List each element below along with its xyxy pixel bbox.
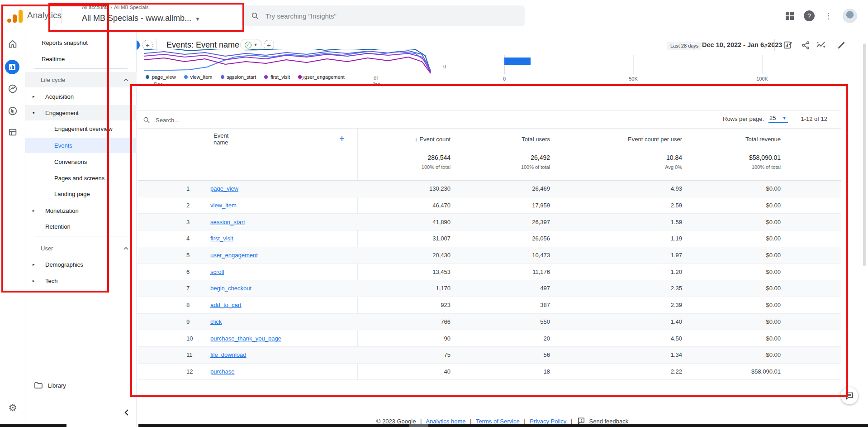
event-link[interactable]: first_visit — [210, 235, 233, 242]
global-search-input[interactable] — [266, 12, 501, 20]
privacy-policy-link[interactable]: Privacy Policy — [530, 418, 566, 425]
event-link[interactable]: purchase_thank_you_page — [210, 335, 281, 342]
sidebar-item-engagement[interactable]: ▾Engagement — [25, 105, 137, 120]
row-number: 5 — [186, 252, 190, 259]
cell-event_count: 31,007 — [359, 235, 459, 242]
sidebar-item-monetization[interactable]: ▸Monetization — [25, 203, 137, 218]
sidebar-item-tech[interactable]: ▸Tech — [25, 273, 137, 288]
check-circle-icon: ✓ — [245, 42, 251, 48]
pagination-range: 1-12 of 12 — [801, 115, 827, 122]
sidebar-item-pages-and-screens[interactable]: Pages and screens — [25, 170, 137, 186]
user-avatar[interactable] — [843, 9, 857, 23]
sidebar-item-acquisition[interactable]: ▸Acquisition — [25, 89, 137, 104]
rows-per-page-select[interactable]: 25 ▼ — [768, 115, 788, 123]
cell-total_users: 26,056 — [459, 235, 558, 242]
taskbar-strip — [138, 424, 868, 427]
column-header-event-name[interactable]: Event name — [138, 130, 204, 148]
caret-right-icon: ▸ — [33, 262, 35, 267]
explore-icon[interactable] — [0, 81, 25, 96]
legend-item: first_visit — [264, 74, 290, 80]
event-link[interactable]: scroll — [210, 269, 224, 275]
sidebar-item-retention[interactable]: Retention — [25, 219, 137, 234]
cell-per_user: 1.40 — [558, 318, 690, 325]
scrollbar-thumb[interactable] — [863, 43, 866, 266]
breadcrumb[interactable]: All accounts›All MB Specials — [82, 5, 148, 10]
cell-revenue: $0.00 — [690, 185, 841, 192]
column-header-total-revenue[interactable]: Total revenue — [690, 130, 841, 148]
cell-event_count: 20,430 — [359, 252, 459, 259]
send-feedback-link[interactable]: Send feedback — [589, 418, 629, 425]
table-row: 4first_visit31,00726,0561.19$0.00 — [138, 230, 841, 247]
event-count-bar — [504, 58, 531, 65]
property-selector[interactable]: All MB Specials - www.allmb...▼ — [82, 14, 200, 23]
terms-of-service-link[interactable]: Terms of Service — [476, 418, 520, 425]
event-link[interactable]: begin_checkout — [210, 285, 251, 292]
bar-x-tick: 50K — [624, 76, 642, 82]
event-link[interactable]: user_engagement — [210, 252, 258, 259]
help-icon[interactable]: ? — [804, 10, 815, 21]
table-totals-row: 286,544100% of total 26,492100% of total… — [138, 154, 841, 170]
caret-right-icon: ▸ — [33, 208, 35, 213]
event-link[interactable]: click — [210, 318, 222, 325]
column-header-event-count-per-user[interactable]: Event count per user — [558, 130, 690, 148]
sidebar-section-life-cycle[interactable]: Life cycle — [25, 72, 137, 87]
analytics-app: Analytics All accounts›All MB Specials A… — [0, 0, 868, 427]
copyright-text: © 2023 Google — [376, 418, 416, 425]
sidebar-item-reports-snapshot[interactable]: Reports snapshot — [25, 35, 137, 50]
cell-revenue: $0.00 — [690, 351, 841, 358]
cell-event_count: 923 — [359, 302, 459, 308]
more-menu-icon[interactable]: ⋮ — [825, 12, 833, 20]
sidebar-item-engagement-overview[interactable]: Engagement overview — [25, 121, 137, 136]
home-icon[interactable] — [0, 36, 25, 52]
sidebar-item-landing-page[interactable]: Landing page — [25, 186, 137, 202]
cell-per_user: 1.34 — [558, 351, 690, 358]
configure-icon[interactable] — [0, 125, 25, 140]
date-range-selector[interactable]: Dec 10, 2022 - Jan 6, 2023 — [702, 41, 782, 48]
sidebar-section-user[interactable]: User — [25, 240, 137, 256]
event-link[interactable]: purchase — [210, 368, 234, 375]
caret-right-icon: ▸ — [33, 278, 35, 283]
event-link[interactable]: file_download — [210, 351, 247, 358]
cell-per_user: 1.97 — [558, 252, 690, 259]
column-header-event-count[interactable]: ↓Event count — [359, 130, 459, 148]
table-search-input[interactable] — [156, 117, 291, 124]
edit-pencil-icon[interactable] — [836, 40, 847, 51]
add-column-icon[interactable]: + — [339, 134, 345, 144]
feedback-fab[interactable] — [841, 387, 858, 404]
apps-grid-icon[interactable] — [786, 12, 794, 20]
event-link[interactable]: session_start — [210, 219, 245, 225]
column-header-total-users[interactable]: Total users — [459, 130, 558, 148]
sidebar-item-demographics[interactable]: ▸Demographics — [25, 257, 137, 272]
event-link[interactable]: page_view — [210, 185, 238, 192]
search-icon — [143, 116, 150, 124]
event-link[interactable]: view_item — [210, 202, 237, 209]
analytics-home-link[interactable]: Analytics home — [426, 418, 465, 425]
global-search[interactable] — [242, 5, 525, 26]
reports-icon[interactable] — [5, 60, 19, 74]
row-number: 12 — [186, 368, 193, 375]
table-top-border — [138, 110, 841, 111]
sidebar-item-library[interactable]: Library — [25, 378, 137, 393]
bar-x-tick: 0 — [495, 76, 513, 82]
insights-icon[interactable] — [816, 40, 826, 51]
cell-revenue: $0.00 — [690, 235, 841, 242]
event-link[interactable]: add_to_cart — [210, 302, 242, 308]
share-icon[interactable] — [800, 40, 811, 51]
advertising-icon[interactable] — [0, 103, 25, 119]
sidebar-item-events[interactable]: Events — [25, 138, 137, 153]
top-bar: Analytics All accounts›All MB Specials A… — [0, 0, 868, 32]
legend-dot-icon — [146, 75, 149, 79]
caret-down-icon: ▾ — [33, 110, 35, 115]
row-number: 2 — [186, 202, 190, 209]
customize-report-icon[interactable] — [783, 40, 793, 51]
feedback-bubble-icon — [578, 417, 585, 424]
collapse-sidebar-icon[interactable] — [121, 407, 132, 418]
table-row: 11file_download75561.34$0.00 — [138, 347, 841, 364]
sidebar-item-conversions[interactable]: Conversions — [25, 154, 137, 169]
cell-event_count: 1,170 — [359, 285, 459, 292]
cell-revenue: $0.00 — [690, 202, 841, 209]
sidebar-item-realtime[interactable]: Realtime — [25, 51, 137, 67]
row-number: 8 — [186, 302, 190, 308]
legend-dot-icon — [264, 75, 268, 79]
settings-gear-icon[interactable]: ⚙ — [0, 400, 25, 415]
